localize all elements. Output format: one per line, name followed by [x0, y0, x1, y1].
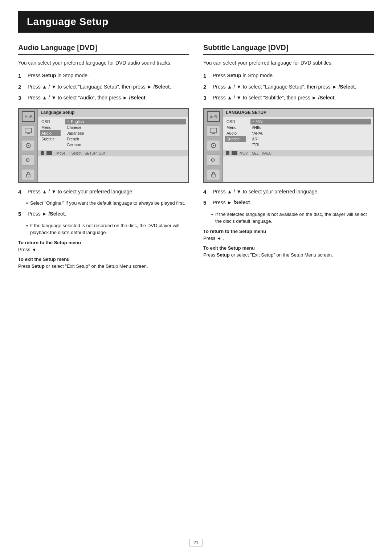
subtitle-exit-text: Press Setup or select "Exit Setup" on th… — [203, 251, 374, 259]
screen-menu-column: OSD Menu Audio Subtitle — [38, 118, 63, 148]
audio-step-5-list: 5 Press ► /Select. — [18, 210, 189, 218]
sub-sidebar-icon-lock — [207, 169, 220, 180]
subtitle-step-5: 5 Press ► /Select. — [203, 199, 374, 207]
subtitle-language-section: Subtitle Language [DVD] You can select y… — [203, 44, 374, 272]
audio-step-1: 1 Press Setup in Stop mode. — [18, 72, 189, 80]
subtitle-return-label: To return to the Setup menu — [203, 229, 374, 234]
subtitle-screen-content: OSD Menu Audio Subtitle ✓ %NI #HIIu *APA… — [223, 116, 373, 150]
audio-bullet-4-text: Select "Original" if you want the defaul… — [30, 200, 185, 207]
audio-step-3: 3 Press ▲ / ▼ to select "Audio", then pr… — [18, 94, 189, 102]
audio-exit-label: To exit the Setup menu — [18, 257, 189, 262]
audio-language-intro: You can select your preferred language f… — [18, 59, 189, 67]
footer-text: : Move : Select SETUP: Quit — [54, 151, 105, 155]
screen-values-column: ✓ English Chinese Japanese French German — [63, 118, 188, 148]
menu-item-subtitle: Subtitle — [40, 136, 61, 142]
screen-main: Language Setup OSD Menu Audio Subtitle ✓… — [38, 109, 188, 182]
step-number-2: 2 — [18, 83, 26, 91]
sub-step-4-text: Press ▲ / ▼ to select your preferred lan… — [213, 188, 374, 196]
sub-sidebar-icon-audio — [207, 140, 220, 151]
value-english: ✓ English — [65, 119, 186, 124]
bullet-dot: • — [26, 200, 28, 207]
audio-language-heading: Audio Language [DVD] — [18, 44, 189, 55]
svg-rect-6 — [26, 174, 30, 177]
audio-return-label: To return to the Setup menu — [18, 240, 189, 245]
sub-step-1-text: Press Setup in Stop mode. — [213, 72, 374, 79]
check-icon: ✓ — [67, 119, 70, 123]
sub-footer-icon-2 — [232, 151, 237, 155]
sidebar-icon-disc: AcB — [22, 111, 35, 122]
audio-bullet-5: • If the language selected is not record… — [18, 222, 189, 236]
svg-rect-8 — [210, 128, 217, 133]
value-german: German — [65, 142, 186, 148]
sub-bullet-dot-5: • — [211, 211, 213, 218]
subtitle-step-1: 1 Press Setup in Stop mode. — [203, 72, 374, 80]
page-number: 21 — [189, 539, 203, 546]
audio-return-text: Press ◄ . — [18, 246, 189, 253]
sub-check-icon: ✓ — [252, 119, 255, 123]
audio-step-4: 4 Press ▲ / ▼ to select your preferred l… — [18, 188, 189, 196]
subtitle-step-2: 2 Press ▲ / ▼ to select "Language Setup"… — [203, 83, 374, 91]
subtitle-menu-column: OSD Menu Audio Subtitle — [223, 118, 248, 148]
step-number-5: 5 — [18, 210, 26, 218]
svg-rect-1 — [25, 128, 32, 133]
audio-steps-list: 1 Press Setup in Stop mode. 2 Press ▲ / … — [18, 72, 189, 102]
step-number-4: 4 — [18, 188, 26, 196]
sub-footer-icon-1 — [226, 151, 229, 155]
sub-step-number-1: 1 — [203, 72, 211, 80]
screen-sidebar: AcB ⚙ — [19, 109, 38, 182]
sub-value-4: &RI — [250, 136, 371, 142]
subtitle-steps-list: 1 Press Setup in Stop mode. 2 Press ▲ / … — [203, 72, 374, 102]
svg-point-11 — [213, 145, 214, 146]
subtitle-step-4: 4 Press ▲ / ▼ to select your preferred l… — [203, 188, 374, 196]
menu-item-menu: Menu — [40, 124, 61, 130]
sub-step-3-text: Press ▲ / ▼ to select "Subtitle", then p… — [213, 94, 374, 102]
subtitle-bullet-5-text: If the selected language is not availabl… — [215, 211, 374, 225]
subtitle-screen-sidebar: AcB ⚙ — [204, 109, 223, 182]
step-1-text: Press Setup in Stop mode. — [28, 72, 189, 79]
footer-icon-1 — [41, 151, 44, 155]
step-number-1: 1 — [18, 72, 26, 80]
subtitle-language-intro: You can select your preferred language f… — [203, 59, 374, 67]
sub-menu-item-menu: Menu — [225, 124, 246, 130]
sub-step-number-3: 3 — [203, 94, 211, 102]
step-3-text: Press ▲ / ▼ to select "Audio", then pres… — [28, 94, 189, 102]
sub-step-number-2: 2 — [203, 83, 211, 91]
subtitle-exit-label: To exit the Setup menu — [203, 245, 374, 251]
audio-step-5: 5 Press ► /Select. — [18, 210, 189, 218]
sub-step-5-text: Press ► /Select. — [213, 199, 374, 206]
screen-footer: : Move : Select SETUP: Quit — [38, 150, 188, 156]
sub-value-5: 'ERI — [250, 142, 371, 148]
subtitle-bullet-5-item: • If the selected language is not availa… — [211, 211, 374, 225]
value-japanese: Japanese — [65, 130, 186, 136]
audio-bullet-4-item: • Select "Original" if you want the defa… — [26, 200, 189, 207]
sub-menu-item-audio: Audio — [225, 130, 246, 136]
svg-point-4 — [28, 145, 29, 146]
value-french: French — [65, 136, 186, 142]
svg-text:AcB: AcB — [210, 115, 217, 119]
sub-menu-item-subtitle: Subtitle — [225, 136, 246, 142]
sidebar-icon-lock — [22, 169, 35, 180]
step-4-text: Press ▲ / ▼ to select your preferred lan… — [28, 188, 189, 196]
menu-item-audio: Audio — [40, 130, 61, 136]
bullet-dot-5: • — [26, 222, 28, 230]
audio-bullet-5-item: • If the language selected is not record… — [26, 222, 189, 236]
subtitle-bullet-5: • If the selected language is not availa… — [203, 211, 374, 225]
sub-value-3: *APAu — [250, 130, 371, 136]
svg-text:⚙: ⚙ — [25, 157, 30, 163]
two-column-layout: Audio Language [DVD] You can select your… — [18, 44, 374, 272]
sub-step-number-4: 4 — [203, 188, 211, 196]
subtitle-screen-footer: MOV SEL %41U — [223, 150, 373, 156]
svg-rect-13 — [212, 174, 215, 177]
audio-screen-mockup: AcB ⚙ Language Setup — [18, 108, 189, 183]
subtitle-language-heading: Subtitle Language [DVD] — [203, 44, 374, 55]
sidebar-icon-audio — [22, 140, 35, 151]
subtitle-values-column: ✓ %NI #HIIu *APAu &RI 'ERI — [248, 118, 373, 148]
page-container: Language Setup Audio Language [DVD] You … — [0, 0, 392, 294]
screen-title: Language Setup — [38, 109, 188, 116]
svg-text:AcB: AcB — [25, 114, 33, 119]
subtitle-return-text: Press ◄ . — [203, 235, 374, 242]
screen-content: OSD Menu Audio Subtitle ✓ English Chines… — [38, 116, 188, 150]
audio-bullet-4: • Select "Original" if you want the defa… — [18, 200, 189, 207]
subtitle-screen-main: LANGUAGE SETUP OSD Menu Audio Subtitle ✓… — [223, 109, 373, 182]
sub-sidebar-icon-disc: AcB — [207, 111, 220, 122]
